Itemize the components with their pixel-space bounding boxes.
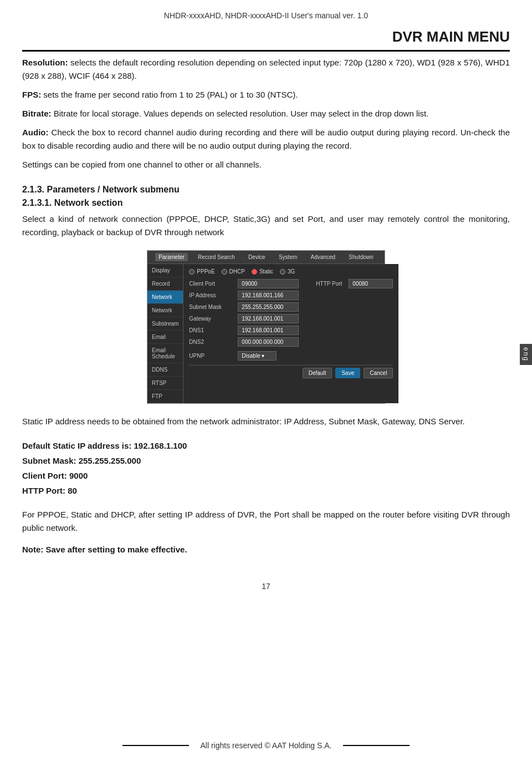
sidebar-ddns[interactable]: DDNS: [147, 363, 183, 377]
tab-record-search[interactable]: Record Search: [195, 253, 238, 261]
radio-label-dhcp: DHCP: [229, 268, 245, 275]
fps-paragraph: FPS: sets the frame per second ratio fro…: [22, 88, 510, 102]
label-subnet-mask: Subnet Mask: [189, 304, 233, 310]
tab-system[interactable]: System: [275, 253, 300, 261]
field-gateway: Gateway 192.168.001.001: [189, 314, 393, 323]
field-http-port: HTTP Port 00080: [303, 279, 393, 288]
radio-static[interactable]: Static: [252, 268, 273, 275]
sidebar-email-schedule[interactable]: Email Schedule: [147, 344, 183, 363]
label-dns1: DNS1: [189, 327, 233, 333]
value-ip-address[interactable]: 192.168.001.166: [238, 291, 299, 300]
upnp-row: UPNP Disable ▾: [189, 351, 393, 361]
ns-tabbar: Parameter Record Search Device System Ad…: [147, 251, 385, 264]
ns-radio-row: PPPoE DHCP Static 3G: [189, 268, 393, 275]
select-upnp[interactable]: Disable ▾: [238, 351, 276, 361]
value-subnet-mask[interactable]: 255.255.255.000: [238, 302, 299, 312]
footer: All rights reserved © AAT Holding S.A.: [0, 741, 532, 750]
field-client-port: Client Port 09000: [189, 279, 299, 288]
radio-dot-dhcp: [222, 269, 227, 275]
value-client-port[interactable]: 09000: [238, 279, 299, 288]
radio-pppoe[interactable]: PPPoE: [189, 268, 214, 275]
section-header: DVR MAIN MENU: [22, 28, 510, 52]
tab-shutdown[interactable]: Shutdown: [345, 253, 376, 261]
radio-label-3g: 3G: [288, 268, 295, 275]
tab-parameter[interactable]: Parameter: [155, 253, 188, 261]
radio-label-static: Static: [259, 268, 273, 275]
ns-body: Display Record Network Network Substream…: [147, 264, 385, 403]
page-number: 17: [22, 582, 510, 591]
doc-title: NHDR-xxxxAHD, NHDR-xxxxAHD-II User's man…: [22, 11, 510, 23]
subnet-mask-info: Subnet Mask: 255.255.255.000: [22, 453, 510, 468]
field-dns2: DNS2 000.000.000.000: [189, 337, 393, 347]
footer-copyright: All rights reserved © AAT Holding S.A.: [200, 741, 331, 750]
sidebar-network[interactable]: Network: [147, 291, 183, 304]
field-subnet-mask: Subnet Mask 255.255.255.000: [189, 302, 393, 312]
static-ip-paragraph: Static IP address needs to be obtained f…: [22, 415, 510, 428]
radio-3g[interactable]: 3G: [280, 268, 295, 275]
bitrate-paragraph: Bitrate: Bitrate for local storage. Valu…: [22, 107, 510, 120]
btn-cancel[interactable]: Cancel: [364, 368, 393, 378]
sidebar-network2[interactable]: Network: [147, 304, 183, 317]
settings-paragraph: Settings can be copied from one channel …: [22, 158, 510, 171]
section-213-title: 2.1.3. Parameters / Network submenu: [22, 185, 510, 195]
sidebar-email[interactable]: Email: [147, 331, 183, 344]
ns-content-area: PPPoE DHCP Static 3G: [183, 264, 398, 403]
label-upnp: UPNP: [189, 353, 233, 359]
label-client-port: Client Port: [189, 281, 233, 287]
ns-bottom-buttons: Default Save Cancel: [189, 365, 393, 379]
client-http-row: Client Port 09000 HTTP Port 00080: [189, 279, 393, 291]
http-port-info: HTTP Port: 80: [22, 483, 510, 498]
radio-dot-pppoe: [189, 269, 195, 275]
tab-device[interactable]: Device: [245, 253, 269, 261]
value-dns1[interactable]: 192.168.001.001: [238, 326, 299, 335]
footer-line-right: [343, 745, 410, 746]
field-dns1: DNS1 192.168.001.001: [189, 326, 393, 335]
network-desc-paragraph: Select a kind of network connection (PPP…: [22, 212, 510, 239]
label-http-port: HTTP Port: [303, 281, 342, 287]
sidebar-record[interactable]: Record: [147, 277, 183, 291]
note-save: Note: Save after setting to make effecti…: [22, 545, 510, 554]
radio-dot-static: [252, 269, 257, 275]
pppoe-note-paragraph: For PPPOE, Static and DHCP, after settin…: [22, 508, 510, 535]
radio-dot-3g: [280, 269, 285, 275]
section-2131-title: 2.1.3.1. Network section: [22, 198, 510, 208]
default-info: Default Static IP address is: 192.168.1.…: [22, 438, 510, 498]
btn-default[interactable]: Default: [303, 368, 332, 378]
sidebar-ftp[interactable]: FTP: [147, 390, 183, 403]
eng-badge: eng: [520, 344, 532, 365]
label-ip-address: IP Address: [189, 292, 233, 298]
static-info: Static IP address needs to be obtained f…: [22, 415, 510, 428]
client-port-info: Client Port: 9000: [22, 468, 510, 483]
default-static-ip: Default Static IP address is: 192.168.1.…: [22, 438, 510, 453]
value-http-port[interactable]: 00080: [349, 279, 393, 288]
ns-sidebar: Display Record Network Network Substream…: [147, 264, 183, 403]
value-dns2[interactable]: 000.000.000.000: [238, 337, 299, 347]
audio-paragraph: Audio: Check the box to record channel a…: [22, 126, 510, 153]
label-gateway: Gateway: [189, 316, 233, 322]
value-gateway[interactable]: 192.168.001.001: [238, 314, 299, 323]
label-dns2: DNS2: [189, 339, 233, 345]
tab-advanced[interactable]: Advanced: [308, 253, 339, 261]
network-screenshot-container: Parameter Record Search Device System Ad…: [22, 250, 510, 404]
sidebar-rtsp[interactable]: RTSP: [147, 377, 183, 390]
radio-dhcp[interactable]: DHCP: [222, 268, 245, 275]
field-ip-address: IP Address 192.168.001.166: [189, 291, 393, 300]
footer-line-left: [122, 745, 189, 746]
resolution-paragraph: Resolution: selects the default recordin…: [22, 56, 510, 83]
page-container: NHDR-xxxxAHD, NHDR-xxxxAHD-II User's man…: [0, 0, 532, 761]
btn-save[interactable]: Save: [335, 368, 360, 378]
network-screenshot: Parameter Record Search Device System Ad…: [147, 250, 385, 404]
sidebar-substream[interactable]: Substream: [147, 317, 183, 331]
radio-label-pppoe: PPPoE: [197, 268, 214, 275]
sidebar-display[interactable]: Display: [147, 264, 183, 277]
